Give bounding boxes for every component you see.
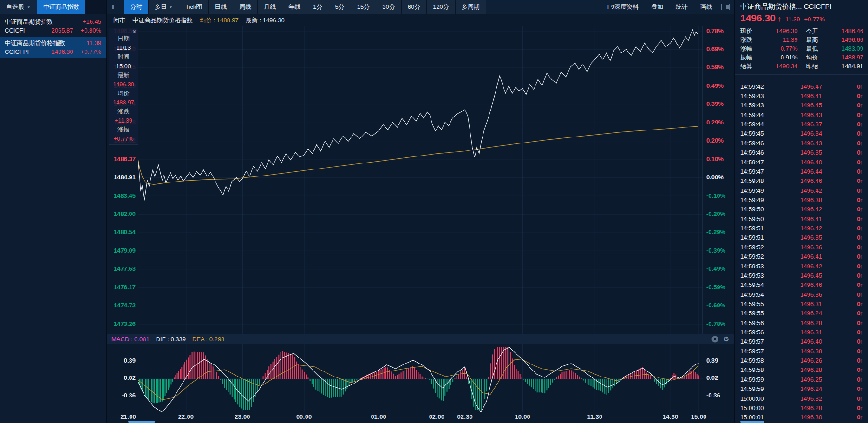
- period-button[interactable]: 多周期: [456, 0, 486, 14]
- tick-price: 1496.41: [775, 253, 848, 260]
- tick-price: 1496.47: [775, 83, 848, 90]
- quote-instrument-code: CCICFPI: [804, 2, 832, 10]
- up-arrow-icon: ↑: [861, 338, 864, 345]
- close-icon[interactable]: ×: [132, 28, 137, 36]
- indicator-settings-gear-icon[interactable]: ⚙: [723, 335, 729, 343]
- up-arrow-icon: ↑: [861, 196, 864, 203]
- toolbar-action[interactable]: 叠加: [651, 3, 663, 11]
- chart-horizontal-scrollbar[interactable]: [128, 421, 155, 423]
- quote-last-price: 1496.30: [740, 13, 776, 24]
- tick-price: 1496.42: [775, 263, 848, 270]
- tick-time: 14:59:50: [740, 206, 775, 213]
- toolbar-action[interactable]: F9深度资料: [607, 3, 639, 11]
- period-button-label: 多日: [155, 3, 167, 11]
- up-arrow-icon: ↑: [861, 376, 864, 383]
- toolbar-action[interactable]: 画线: [700, 3, 712, 11]
- period-button[interactable]: 30分: [376, 0, 401, 14]
- tick-row: 14:59:421496.470↑: [735, 82, 868, 91]
- period-button[interactable]: 周线: [233, 0, 258, 14]
- quote-title: 中证商品期货价格... CCICFPI: [740, 2, 864, 11]
- remove-indicator-icon[interactable]: [711, 336, 718, 343]
- watchlist-item[interactable]: 中证商品期货指数+16.45CCICFI2065.87+0.80%: [0, 16, 106, 36]
- tick-price: 1496.24: [775, 310, 848, 317]
- tick-row: 14:59:501496.420↑: [735, 205, 868, 214]
- toolbar-action[interactable]: 统计: [676, 3, 688, 11]
- tick-time: 14:59:46: [740, 140, 775, 147]
- period-button[interactable]: 日线: [209, 0, 233, 14]
- tick-list-scrollbar[interactable]: [740, 421, 764, 423]
- tick-row: 14:59:521496.410↑: [735, 252, 868, 261]
- period-button[interactable]: 60分: [402, 0, 427, 14]
- period-button[interactable]: 15分: [351, 0, 376, 14]
- tick-time: 14:59:54: [740, 281, 775, 288]
- tick-list[interactable]: 14:59:421496.470↑14:59:431496.410↑14:59:…: [735, 82, 868, 422]
- period-button[interactable]: 分时: [124, 0, 149, 14]
- tooltip-value: +0.77%: [109, 135, 138, 144]
- period-button[interactable]: 120分: [427, 0, 456, 14]
- stat-label: 涨跌: [740, 36, 756, 44]
- period-button[interactable]: 5分: [329, 0, 351, 14]
- tick-volume: 0↑: [848, 338, 863, 345]
- tick-time: 14:59:44: [740, 111, 775, 118]
- up-arrow-icon: ↑: [777, 15, 781, 23]
- up-arrow-icon: ↑: [861, 395, 864, 402]
- period-button[interactable]: 年线: [282, 0, 307, 14]
- macd-axis-label: 0.02: [107, 374, 136, 382]
- tick-row: 14:59:461496.430↑: [735, 138, 868, 148]
- period-button[interactable]: 月线: [258, 0, 282, 14]
- period-button[interactable]: 1分: [307, 0, 329, 14]
- price-chart-canvas: [138, 26, 703, 334]
- tick-row: 14:59:471496.400↑: [735, 157, 868, 167]
- up-arrow-icon: ↑: [861, 319, 864, 326]
- tick-price: 1496.31: [775, 329, 848, 336]
- instrument-name: 中证商品期货指数: [5, 18, 83, 26]
- price-axis-label: 1484.91: [107, 174, 136, 181]
- tick-time: 14:59:50: [740, 215, 775, 222]
- macd-chart[interactable]: 0.390.390.020.02-0.36-0.36: [107, 344, 734, 412]
- period-button-label: 分时: [130, 3, 142, 11]
- macd-axis-label: 0.39: [107, 357, 136, 364]
- stat-label: 结算: [740, 62, 756, 71]
- up-arrow-icon: ↑: [861, 92, 864, 99]
- percent-axis-label: -0.29%: [706, 228, 725, 236]
- up-arrow-icon: ↑: [861, 414, 864, 421]
- up-arrow-icon: ↑: [861, 234, 864, 241]
- tick-time: 15:00:01: [740, 414, 775, 421]
- tick-volume: 0↑: [848, 92, 863, 99]
- percent-axis-label: 0.10%: [706, 156, 724, 163]
- time-axis-label: 23:00: [235, 413, 250, 420]
- dea-value-label: DEA : 0.298: [192, 336, 224, 343]
- tick-time: 14:59:48: [740, 177, 775, 184]
- tick-volume: 0↑: [848, 310, 863, 317]
- percent-axis-label: -0.69%: [706, 302, 725, 309]
- tooltip-label: 最新: [109, 71, 138, 80]
- last-price-label: 最新 : 1496.30: [246, 16, 285, 25]
- collapse-left-panel-icon[interactable]: [111, 0, 119, 14]
- period-button-label: 多周期: [462, 3, 480, 11]
- tick-volume: 0↑: [848, 130, 863, 137]
- stat-value: 1490.34: [756, 63, 798, 70]
- period-button[interactable]: 多日▼: [149, 0, 179, 14]
- tick-time: 14:59:57: [740, 348, 775, 355]
- percent-axis-label: 0.39%: [706, 100, 724, 108]
- tick-price: 1496.42: [775, 225, 848, 232]
- collapse-right-panel-icon[interactable]: [721, 0, 730, 14]
- percent-axis-label: -0.59%: [706, 284, 725, 291]
- tick-price: 1496.35: [775, 234, 848, 241]
- price-chart[interactable]: 1496.561495.101493.651492.191490.741489.…: [107, 26, 734, 334]
- tab-favorites[interactable]: 自选股 ▼: [0, 0, 37, 14]
- stat-value: 1496.66: [822, 36, 864, 43]
- tick-price: 1496.38: [775, 196, 848, 203]
- tab-csi-commodity-index[interactable]: 中证商品指数: [37, 0, 86, 14]
- time-axis-label: 02:00: [429, 413, 444, 420]
- up-arrow-icon: ↑: [861, 102, 864, 109]
- tick-row: 14:59:571496.380↑: [735, 346, 868, 356]
- tooltip-value: 1496.30: [109, 80, 138, 89]
- percent-axis-label: -0.10%: [706, 192, 725, 200]
- watchlist-item[interactable]: 中证商品期货价格指数+11.39CCICFPI1496.30+0.77%: [0, 37, 106, 58]
- tick-time: 14:59:51: [740, 225, 775, 232]
- period-button[interactable]: Tick图: [179, 0, 209, 14]
- tick-row: 15:00:001496.320↑: [735, 394, 868, 403]
- up-arrow-icon: ↑: [861, 300, 864, 307]
- tick-volume: 0↑: [848, 385, 863, 392]
